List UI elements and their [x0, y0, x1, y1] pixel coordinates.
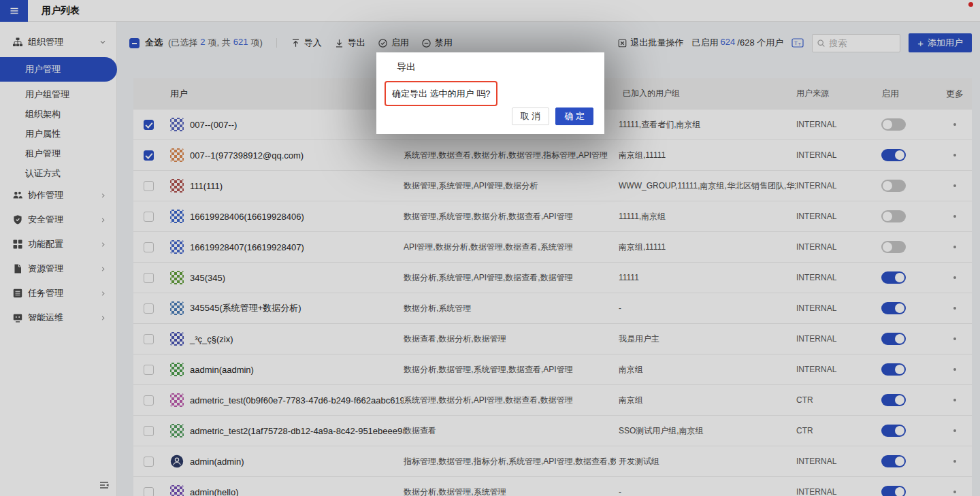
dialog-title: 导出 — [397, 61, 416, 73]
confirm-button[interactable]: 确 定 — [555, 108, 593, 125]
dialog-message: 确定导出 选中的用户 吗? — [392, 88, 490, 100]
annotation-highlight-box: 确定导出 选中的用户 吗? — [385, 81, 497, 106]
cancel-button[interactable]: 取 消 — [512, 108, 550, 125]
export-dialog: 导出 确定导出 选中的用户 吗? 取 消 确 定 — [376, 52, 604, 134]
